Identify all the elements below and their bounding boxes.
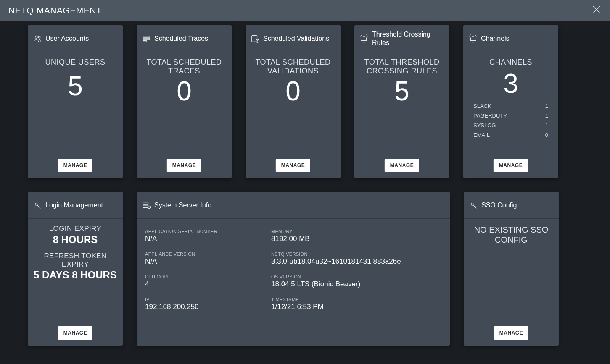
svg-rect-2 [143, 36, 150, 37]
channel-count: 1 [545, 122, 548, 128]
login-expiry-value: 8 HOURS [49, 234, 101, 246]
info-label: IP [145, 297, 267, 302]
info-value: 192.168.200.250 [145, 303, 267, 311]
bell-icon [468, 34, 478, 43]
card-body: NO EXISTING SSO CONFIG MANAGE [464, 219, 559, 346]
card-header: SSO Config [464, 192, 559, 219]
stat-label: UNIQUE USERS [45, 58, 105, 67]
info-appliance-version: APPLIANCE VERSION N/A [145, 251, 267, 266]
info-value: 18.04.5 LTS (Bionic Beaver) [271, 280, 441, 288]
manage-button[interactable]: MANAGE [385, 159, 419, 172]
channel-row-slack: SLACK 1 [473, 101, 548, 111]
modal-header: NETQ MANAGEMENT [0, 0, 610, 21]
card-title: Channels [481, 34, 510, 42]
card-body: UNIQUE USERS 5 MANAGE [28, 52, 123, 178]
channel-name: EMAIL [473, 132, 490, 138]
channel-count: 0 [545, 132, 548, 138]
channel-row-email: EMAIL 0 [473, 130, 548, 140]
info-value: N/A [145, 257, 267, 266]
card-body: TOTAL THRESHOLD CROSSING RULES 5 MANAGE [354, 52, 449, 178]
refresh-token-value: 5 DAYS 8 HOURS [32, 269, 119, 281]
card-body: TOTAL SCHEDULED VALIDATIONS 0 MANAGE [246, 52, 341, 178]
svg-rect-8 [143, 202, 148, 204]
manage-button[interactable]: MANAGE [58, 326, 92, 340]
close-icon [592, 5, 602, 16]
manage-button[interactable]: MANAGE [167, 159, 201, 172]
traces-icon [142, 34, 151, 43]
card-threshold-rules: Threshold Crossing Rules TOTAL THRESHOLD… [354, 25, 449, 178]
card-header: Channels [463, 25, 558, 52]
bell-alert-icon [359, 34, 369, 43]
refresh-token-label: REFRESH TOKEN EXPIRY [32, 252, 119, 268]
card-title: Login Management [45, 201, 103, 209]
login-expiry-label: LOGIN EXPIRY [49, 225, 101, 233]
info-value: N/A [145, 235, 267, 243]
refresh-token-group: REFRESH TOKEN EXPIRY 5 DAYS 8 HOURS [32, 252, 119, 281]
card-login-management: Login Management LOGIN EXPIRY 8 HOURS RE… [28, 192, 123, 346]
netq-management-window: NETQ MANAGEMENT User Accounts UNIQUE USE… [0, 0, 610, 364]
card-body: TOTAL SCHEDULED TRACES 0 MANAGE [137, 52, 232, 178]
stat-label: CHANNELS [489, 58, 532, 67]
stat-value: 5 [68, 73, 83, 100]
validations-icon [251, 34, 260, 43]
manage-button[interactable]: MANAGE [494, 326, 528, 340]
card-header: System Server Info [137, 192, 450, 219]
channel-name: PAGERDUTY [473, 113, 507, 119]
login-expiry-group: LOGIN EXPIRY 8 HOURS [49, 225, 101, 245]
stat-value: 0 [285, 78, 301, 105]
svg-point-0 [35, 36, 37, 38]
info-value: 1/12/21 6:53 PM [271, 303, 441, 311]
info-cpu-core: CPU CORE 4 [145, 274, 267, 288]
card-title: System Server Info [154, 201, 211, 209]
content-area: User Accounts UNIQUE USERS 5 MANAGE Sche… [0, 21, 610, 364]
card-header: Threshold Crossing Rules [354, 25, 449, 52]
svg-rect-3 [143, 38, 150, 40]
card-system-server-info: System Server Info APPLICATION SERIAL NU… [137, 192, 450, 346]
info-os-version: OS VERSION 18.04.5 LTS (Bionic Beaver) [271, 274, 441, 288]
svg-rect-4 [143, 40, 147, 42]
stat-label: TOTAL SCHEDULED VALIDATIONS [250, 58, 336, 75]
info-label: CPU CORE [145, 274, 267, 279]
info-label: OS VERSION [271, 274, 441, 279]
info-value: 8192.00 MB [271, 235, 441, 243]
stat-value: 3 [503, 70, 518, 97]
card-sso-config: SSO Config NO EXISTING SSO CONFIG MANAGE [464, 192, 559, 346]
close-button[interactable] [591, 5, 602, 16]
sso-empty-message: NO EXISTING SSO CONFIG [468, 225, 555, 245]
card-body: APPLICATION SERIAL NUMBER N/A MEMORY 819… [137, 219, 450, 346]
manage-button[interactable]: MANAGE [58, 159, 92, 172]
card-row-1: User Accounts UNIQUE USERS 5 MANAGE Sche… [28, 25, 582, 178]
info-memory: MEMORY 8192.00 MB [271, 229, 441, 243]
info-value: 4 [145, 280, 267, 288]
channel-row-pagerduty: PAGERDUTY 1 [473, 111, 548, 120]
card-header: Login Management [28, 192, 123, 219]
modal-title: NETQ MANAGEMENT [8, 5, 102, 16]
info-netq-version: NETQ VERSION 3.3.0-ub18.04u32~1610181431… [271, 251, 441, 266]
card-title: Scheduled Validations [263, 34, 329, 42]
channel-name: SYSLOG [473, 122, 496, 128]
info-label: NETQ VERSION [271, 251, 441, 257]
channel-count: 1 [545, 113, 548, 119]
manage-button[interactable]: MANAGE [276, 159, 310, 172]
card-scheduled-traces: Scheduled Traces TOTAL SCHEDULED TRACES … [137, 25, 232, 178]
channel-name: SLACK [473, 103, 491, 109]
svg-point-7 [35, 203, 38, 205]
svg-rect-5 [252, 35, 257, 42]
card-user-accounts: User Accounts UNIQUE USERS 5 MANAGE [28, 25, 123, 178]
info-timestamp: TIMESTAMP 1/12/21 6:53 PM [271, 297, 441, 311]
info-app-serial: APPLICATION SERIAL NUMBER N/A [145, 229, 267, 243]
card-title: Threshold Crossing Rules [372, 30, 444, 46]
channel-row-syslog: SYSLOG 1 [473, 120, 548, 130]
stat-value: 5 [394, 78, 409, 105]
card-body: LOGIN EXPIRY 8 HOURS REFRESH TOKEN EXPIR… [28, 219, 123, 346]
manage-button[interactable]: MANAGE [494, 159, 528, 172]
card-title: User Accounts [45, 34, 89, 42]
server-info-icon [142, 201, 151, 210]
sso-key-icon [469, 201, 478, 210]
info-label: APPLICATION SERIAL NUMBER [145, 229, 267, 234]
users-icon [33, 34, 42, 43]
card-header: Scheduled Traces [137, 25, 232, 52]
info-value: 3.3.0-ub18.04u32~1610181431.883a26e [271, 257, 441, 266]
card-header: User Accounts [28, 25, 123, 52]
svg-point-1 [38, 36, 40, 38]
